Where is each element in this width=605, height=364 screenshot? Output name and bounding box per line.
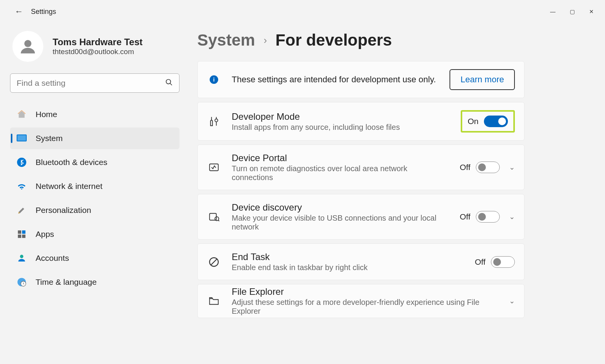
setting-desc: Adjust these settings for a more develop… xyxy=(232,298,494,316)
search-icon[interactable] xyxy=(165,78,173,88)
svg-line-17 xyxy=(211,259,217,265)
nav-item-network[interactable]: Network & internet xyxy=(10,175,179,197)
setting-title: Developer Mode xyxy=(232,111,450,122)
toggle-state-label: Off xyxy=(460,163,470,172)
setting-device-discovery[interactable]: Device discovery Make your device visibl… xyxy=(197,194,525,240)
clock-globe-icon xyxy=(16,277,27,287)
setting-title: File Explorer xyxy=(232,286,494,297)
highlight-box: On xyxy=(461,110,515,133)
svg-point-10 xyxy=(20,255,24,258)
svg-rect-4 xyxy=(17,135,26,141)
profile-email: thtestd00d@outlook.com xyxy=(53,48,143,56)
setting-desc: Enable end task in taskbar by right clic… xyxy=(232,263,464,272)
file-explorer-icon xyxy=(207,295,221,307)
nav-item-label: Personalization xyxy=(36,206,91,215)
bluetooth-icon xyxy=(16,157,27,168)
setting-desc: Install apps from any source, including … xyxy=(232,123,450,132)
nav-item-label: Network & internet xyxy=(36,182,103,191)
setting-file-explorer[interactable]: File Explorer Adjust these settings for … xyxy=(197,284,525,318)
main-content: System › For developers i These settings… xyxy=(186,23,605,364)
nav-item-label: Time & language xyxy=(36,277,97,287)
minimize-button[interactable]: — xyxy=(549,9,557,15)
svg-point-15 xyxy=(215,217,219,221)
breadcrumb-parent[interactable]: System xyxy=(197,31,255,49)
setting-desc: Make your device visible to USB connecti… xyxy=(232,214,449,231)
info-banner: i These settings are intended for develo… xyxy=(197,61,525,98)
setting-title: End Task xyxy=(232,252,464,262)
toggle-state-label: Off xyxy=(475,257,485,267)
device-portal-icon xyxy=(207,162,221,173)
chevron-down-icon[interactable]: ⌄ xyxy=(509,163,515,172)
svg-rect-7 xyxy=(22,230,26,234)
toggle-state-label: On xyxy=(468,117,479,126)
chevron-down-icon[interactable]: ⌄ xyxy=(509,297,515,305)
svg-point-0 xyxy=(24,40,31,47)
nav-item-personalization[interactable]: Personalization xyxy=(10,199,179,221)
accounts-icon xyxy=(16,253,27,264)
learn-more-button[interactable]: Learn more xyxy=(449,69,515,90)
apps-icon xyxy=(16,229,27,240)
device-discovery-toggle[interactable] xyxy=(476,211,500,223)
profile-name: Toms Hardware Test xyxy=(53,37,143,48)
nav-item-apps[interactable]: Apps xyxy=(10,223,179,245)
svg-rect-9 xyxy=(22,235,26,238)
setting-title: Device Portal xyxy=(232,153,449,163)
breadcrumb: System › For developers xyxy=(197,31,590,49)
nav-item-label: Accounts xyxy=(36,253,69,263)
nav-item-bluetooth[interactable]: Bluetooth & devices xyxy=(10,151,179,173)
brush-icon xyxy=(16,205,27,216)
nav-item-label: Home xyxy=(36,110,57,119)
wifi-icon xyxy=(16,181,27,192)
setting-device-portal[interactable]: Device Portal Turn on remote diagnostics… xyxy=(197,145,525,190)
home-icon xyxy=(16,109,27,120)
svg-rect-6 xyxy=(18,230,21,234)
svg-line-2 xyxy=(170,83,172,85)
back-arrow-icon[interactable]: ← xyxy=(15,7,23,17)
device-discovery-icon xyxy=(207,211,221,223)
nav-list: Home System Bluetooth & devices Network … xyxy=(10,104,182,293)
svg-point-1 xyxy=(166,79,171,84)
system-icon xyxy=(16,133,27,144)
search-input[interactable] xyxy=(17,78,165,88)
info-text: These settings are intended for developm… xyxy=(232,75,439,85)
close-button[interactable]: ✕ xyxy=(588,9,595,15)
info-icon: i xyxy=(210,75,218,84)
nav-item-label: Apps xyxy=(36,230,54,239)
profile-block[interactable]: Toms Hardware Test thtestd00d@outlook.co… xyxy=(10,31,182,62)
nav-item-accounts[interactable]: Accounts xyxy=(10,247,179,269)
end-task-icon xyxy=(207,256,221,268)
setting-desc: Turn on remote diagnostics over local ar… xyxy=(232,164,449,182)
breadcrumb-current: For developers xyxy=(275,31,392,49)
title-bar: ← Settings — ▢ ✕ xyxy=(0,0,605,23)
maximize-button[interactable]: ▢ xyxy=(568,9,576,15)
setting-title: Device discovery xyxy=(232,202,449,213)
chevron-down-icon[interactable]: ⌄ xyxy=(509,213,515,221)
nav-item-label: Bluetooth & devices xyxy=(36,158,108,167)
toggle-state-label: Off xyxy=(460,212,470,221)
nav-item-home[interactable]: Home xyxy=(10,104,179,125)
end-task-toggle[interactable] xyxy=(491,256,515,268)
svg-point-5 xyxy=(17,158,26,167)
setting-end-task[interactable]: End Task Enable end task in taskbar by r… xyxy=(197,243,525,280)
search-box[interactable] xyxy=(10,73,179,93)
app-title: Settings xyxy=(31,8,56,16)
svg-rect-8 xyxy=(18,235,21,238)
sidebar: Toms Hardware Test thtestd00d@outlook.co… xyxy=(0,23,186,364)
nav-item-system[interactable]: System xyxy=(10,128,179,149)
setting-developer-mode[interactable]: Developer Mode Install apps from any sou… xyxy=(197,102,525,141)
tools-icon xyxy=(207,116,221,127)
chevron-right-icon: › xyxy=(263,34,267,46)
svg-rect-14 xyxy=(210,213,217,220)
nav-item-label: System xyxy=(36,134,63,143)
developer-mode-toggle[interactable] xyxy=(484,116,508,127)
device-portal-toggle[interactable] xyxy=(476,162,500,173)
nav-item-time-language[interactable]: Time & language xyxy=(10,271,179,293)
avatar xyxy=(12,31,43,62)
